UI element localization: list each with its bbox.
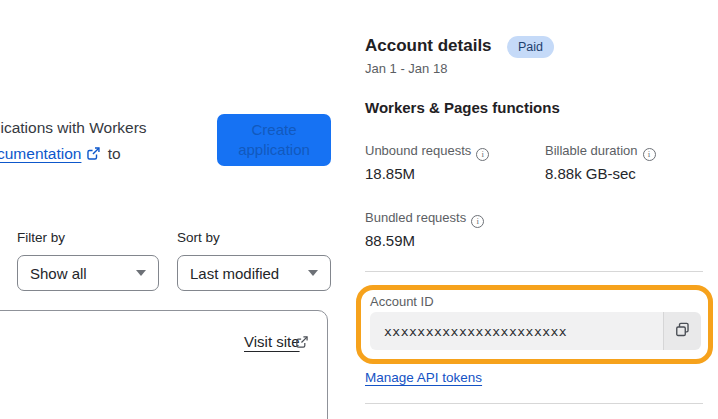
sort-selected-value: Last modified [190, 265, 298, 282]
site-card [0, 310, 328, 419]
account-details-title: Account details [365, 36, 492, 56]
copy-icon [674, 321, 691, 341]
sort-by-label: Sort by [177, 230, 220, 245]
divider [365, 271, 703, 272]
filter-select[interactable]: Show all [17, 255, 159, 291]
info-icon[interactable] [471, 215, 484, 228]
visit-site-link[interactable]: Visit site [244, 333, 300, 350]
stat-value-billable-duration: 8.88k GB-sec [545, 165, 636, 182]
stat-value-unbound-requests: 18.85M [365, 165, 415, 182]
stat-label-text: Unbound requests [365, 143, 471, 158]
manage-api-tokens-link[interactable]: Manage API tokens [365, 370, 482, 385]
functions-section-title: Workers & Pages functions [365, 99, 560, 116]
stat-label-billable-duration: Billable duration [545, 143, 656, 161]
workers-pages-dashboard: lications with Workers cumentation to Cr… [0, 0, 718, 419]
sort-select[interactable]: Last modified [177, 255, 331, 291]
account-id-input[interactable] [370, 312, 663, 350]
filter-by-label: Filter by [17, 230, 65, 245]
filter-selected-value: Show all [30, 265, 126, 282]
stat-value-bundled-requests: 88.59M [365, 232, 415, 249]
intro-text: lications with Workers cumentation to [0, 115, 147, 169]
documentation-link[interactable]: cumentation [0, 145, 81, 162]
chevron-down-icon [136, 270, 146, 276]
chevron-down-icon [308, 270, 318, 276]
intro-line1: lications with Workers [0, 119, 147, 136]
stat-label-unbound-requests: Unbound requests [365, 143, 489, 161]
stat-label-bundled-requests: Bundled requests [365, 210, 484, 228]
create-application-button[interactable]: Create application [217, 114, 331, 166]
create-button-line2: application [238, 141, 310, 158]
intro-after-link: to [108, 145, 121, 162]
billing-date-range: Jan 1 - Jan 18 [365, 61, 447, 76]
account-id-label: Account ID [370, 294, 434, 309]
external-link-icon [295, 335, 309, 353]
create-button-line1: Create [251, 121, 296, 138]
account-id-field-group [370, 312, 701, 350]
stat-label-text: Billable duration [545, 143, 638, 158]
plan-status-badge: Paid [507, 36, 554, 58]
info-icon[interactable] [476, 148, 489, 161]
info-icon[interactable] [643, 148, 656, 161]
divider [365, 403, 703, 404]
stat-label-text: Bundled requests [365, 210, 466, 225]
copy-account-id-button[interactable] [663, 312, 701, 350]
external-link-icon [86, 143, 101, 169]
